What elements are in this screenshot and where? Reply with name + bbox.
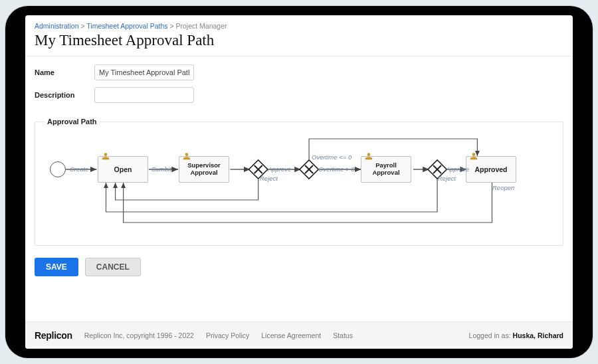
workflow-diagram: Open Supervisor Approval Payroll Approva… bbox=[42, 134, 556, 233]
footer-status-link[interactable]: Status bbox=[333, 331, 353, 339]
brand-logo: Replicon bbox=[35, 330, 72, 341]
description-label: Description bbox=[35, 91, 94, 99]
logged-in-label: Logged in as: Huska, Richard bbox=[469, 331, 563, 339]
approval-path-section: Approval Path bbox=[35, 118, 563, 246]
approval-path-legend: Approval Path bbox=[45, 118, 100, 126]
label-approve-1: Approve bbox=[268, 165, 291, 173]
logged-in-user: Huska, Richard bbox=[513, 331, 563, 339]
user-icon bbox=[182, 151, 191, 161]
node-approved[interactable]: Approved bbox=[466, 156, 516, 183]
footer-copyright: Replicon Inc, copyright 1996 - 2022 bbox=[84, 331, 194, 339]
tablet-frame: Administration > Timesheet Approval Path… bbox=[5, 6, 593, 358]
name-label: Name bbox=[35, 68, 94, 76]
label-create: Create bbox=[70, 165, 89, 173]
node-payroll-approval[interactable]: Payroll Approval bbox=[361, 156, 411, 183]
cancel-button[interactable]: CANCEL bbox=[85, 258, 141, 276]
name-input[interactable] bbox=[94, 64, 194, 80]
label-reopen: Reopen bbox=[492, 184, 514, 191]
footer: Replicon Replicon Inc, copyright 1996 - … bbox=[25, 321, 573, 349]
app-screen: Administration > Timesheet Approval Path… bbox=[25, 15, 573, 349]
page-title: My Timesheet Approval Path bbox=[35, 32, 563, 49]
label-reject-1: Reject bbox=[260, 175, 278, 182]
save-button[interactable]: SAVE bbox=[35, 258, 78, 276]
footer-license-link[interactable]: License Agreement bbox=[261, 331, 321, 339]
label-approve-2: Approve bbox=[446, 165, 469, 173]
label-overtime-le0: Overtime <= 0 bbox=[312, 153, 351, 161]
user-icon bbox=[101, 151, 110, 161]
user-icon bbox=[364, 151, 373, 161]
label-reject-2: Reject bbox=[438, 175, 456, 182]
breadcrumb-paths[interactable]: Timesheet Approval Paths bbox=[86, 22, 167, 30]
user-icon bbox=[469, 151, 478, 161]
label-submit: Sumbit bbox=[151, 165, 171, 173]
footer-privacy-link[interactable]: Privacy Policy bbox=[206, 331, 249, 339]
description-input[interactable] bbox=[94, 87, 194, 103]
start-node[interactable] bbox=[50, 161, 66, 177]
breadcrumb: Administration > Timesheet Approval Path… bbox=[35, 22, 563, 30]
breadcrumb-current: Project Manager bbox=[175, 22, 227, 30]
breadcrumb-admin[interactable]: Administration bbox=[35, 22, 79, 30]
node-supervisor-approval[interactable]: Supervisor Approval bbox=[179, 156, 229, 183]
label-overtime-gt0: Overtime > 0 bbox=[318, 165, 355, 173]
node-open[interactable]: Open bbox=[98, 156, 148, 183]
workflow-connectors bbox=[42, 134, 556, 233]
